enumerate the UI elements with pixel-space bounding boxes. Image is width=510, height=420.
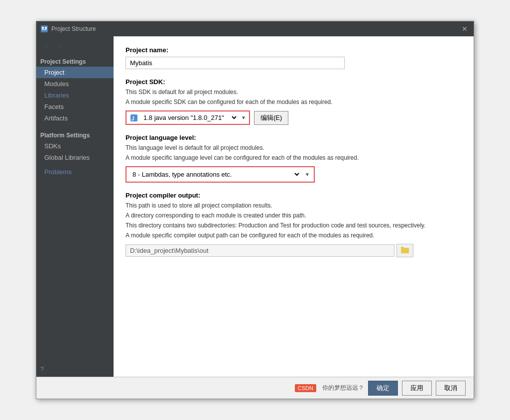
sdk-section-title: Project SDK: (126, 78, 462, 86)
footer-slogan: 你的梦想远远？ (322, 384, 364, 392)
compiler-desc1: This path is used to store all project c… (126, 201, 462, 210)
main-content: Project name: Project SDK: This SDK is d… (114, 36, 474, 377)
sidebar-item-global-libraries[interactable]: Global Libraries (36, 152, 114, 163)
close-button[interactable]: ✕ (460, 25, 470, 33)
language-dropdown-arrow: ▼ (301, 169, 314, 180)
dialog-icon (40, 25, 48, 33)
sdk-desc2: A module specific SDK can be configured … (126, 98, 462, 106)
sidebar-item-project[interactable]: Project (36, 67, 114, 78)
compiler-output-input[interactable] (126, 244, 394, 257)
compiler-desc2: A directory corresponding to each module… (126, 211, 462, 220)
folder-icon (401, 246, 409, 253)
sidebar-item-facets[interactable]: Facets (36, 101, 114, 112)
sdk-select[interactable]: 1.8 java version "1.8.0_271" (138, 111, 238, 124)
svg-text:J: J (131, 116, 134, 121)
sidebar-item-modules[interactable]: Modules (36, 78, 114, 90)
apply-button[interactable]: 应用 (402, 381, 432, 396)
platform-settings-title: Platform Settings (36, 127, 114, 140)
nav-back-button[interactable]: ← (40, 41, 51, 51)
csdn-badge: CSDN (295, 384, 316, 392)
project-settings-title: Project Settings (36, 55, 114, 67)
dialog-body: ← → Project Settings Project Modules Lib… (36, 36, 474, 377)
language-select-wrapper: 8 - Lambdas, type annotations etc. ▼ (126, 166, 315, 183)
language-section-title: Project language level: (126, 134, 462, 141)
sidebar-item-artifacts[interactable]: Artifacts (36, 112, 114, 124)
dialog-title: Project Structure (51, 25, 460, 32)
project-name-input[interactable] (126, 57, 345, 69)
java-sdk-icon: J (129, 113, 138, 122)
sdk-edit-button[interactable]: 编辑(E) (254, 111, 288, 125)
sdk-row: J 1.8 java version "1.8.0_271" ▼ 编辑(E) (126, 110, 462, 125)
sidebar-nav: ← → (36, 40, 114, 52)
compiler-desc3: This directory contains two subdirectori… (126, 221, 462, 230)
dialog-footer: CSDN 你的梦想远远？ 确定 应用 取消 (36, 377, 474, 399)
sdk-dropdown-arrow: ▼ (238, 113, 249, 122)
project-name-label: Project name: (126, 46, 462, 54)
nav-forward-button[interactable]: → (53, 41, 64, 51)
cancel-button[interactable]: 取消 (436, 381, 466, 396)
language-select[interactable]: 8 - Lambdas, type annotations etc. (127, 167, 301, 182)
sidebar-item-libraries[interactable]: Libraries (36, 90, 114, 101)
project-structure-dialog: Project Structure ✕ ← → Project Settings… (36, 21, 474, 399)
compiler-output-row (126, 244, 462, 257)
compiler-section-title: Project compiler output: (126, 192, 462, 199)
sdk-select-wrapper: J 1.8 java version "1.8.0_271" ▼ (126, 110, 250, 125)
sidebar-item-sdks[interactable]: SDKs (36, 140, 114, 152)
sidebar: ← → Project Settings Project Modules Lib… (36, 36, 114, 377)
compiler-output-folder-button[interactable] (396, 244, 413, 257)
sidebar-help-button[interactable]: ? (36, 361, 114, 377)
language-desc2: A module specific language level can be … (126, 153, 462, 162)
svg-rect-1 (42, 27, 44, 29)
svg-rect-2 (45, 27, 47, 29)
svg-rect-3 (42, 29, 47, 30)
sidebar-item-problems[interactable]: Problems (36, 163, 114, 178)
compiler-desc4: A module specific compiler output path c… (126, 231, 462, 240)
title-bar: Project Structure ✕ (36, 21, 474, 36)
language-desc1: This language level is default for all p… (126, 143, 462, 152)
ok-button[interactable]: 确定 (368, 381, 398, 396)
sdk-desc1: This SDK is default for all project modu… (126, 88, 462, 97)
